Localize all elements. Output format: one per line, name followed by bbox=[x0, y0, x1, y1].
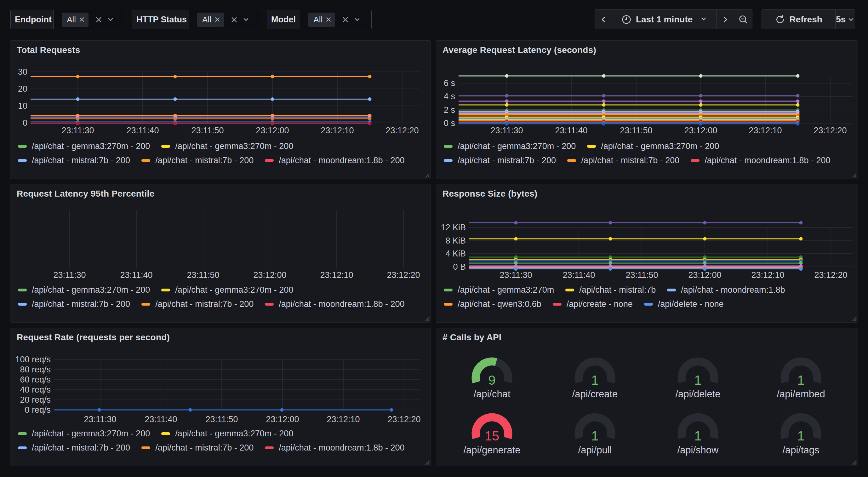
svg-text:12 KiB: 12 KiB bbox=[441, 223, 466, 232]
svg-text:23:11:30: 23:11:30 bbox=[84, 415, 116, 424]
svg-text:23:11:40: 23:11:40 bbox=[120, 270, 152, 280]
svg-text:1: 1 bbox=[694, 428, 702, 443]
svg-text:1: 1 bbox=[797, 373, 804, 388]
svg-text:0 s: 0 s bbox=[444, 118, 455, 128]
svg-text:23:11:50: 23:11:50 bbox=[191, 126, 224, 135]
svg-text:23:12:00: 23:12:00 bbox=[256, 126, 289, 135]
svg-text:23:11:30: 23:11:30 bbox=[490, 126, 523, 135]
svg-text:2 s: 2 s bbox=[444, 105, 455, 115]
svg-text:23:12:10: 23:12:10 bbox=[749, 126, 782, 135]
svg-text:15: 15 bbox=[485, 428, 499, 443]
svg-text:40 req/s: 40 req/s bbox=[20, 385, 51, 394]
svg-text:1: 1 bbox=[694, 373, 702, 388]
svg-text:23:11:40: 23:11:40 bbox=[126, 126, 159, 135]
svg-text:23:12:00: 23:12:00 bbox=[684, 126, 717, 135]
svg-text:4 KiB: 4 KiB bbox=[445, 249, 466, 258]
svg-text:0 B: 0 B bbox=[453, 262, 466, 272]
svg-text:23:11:50: 23:11:50 bbox=[187, 270, 219, 280]
svg-text:4 s: 4 s bbox=[444, 92, 455, 101]
svg-text:23:12:00: 23:12:00 bbox=[688, 270, 721, 280]
svg-text:23:12:20: 23:12:20 bbox=[813, 126, 846, 135]
svg-text:23:12:10: 23:12:10 bbox=[321, 126, 354, 135]
svg-text:23:12:10: 23:12:10 bbox=[327, 415, 360, 424]
svg-text:23:11:30: 23:11:30 bbox=[61, 126, 94, 135]
svg-text:20 req/s: 20 req/s bbox=[20, 395, 51, 405]
svg-text:23:12:00: 23:12:00 bbox=[266, 415, 299, 424]
svg-text:9: 9 bbox=[488, 373, 495, 388]
svg-text:23:12:20: 23:12:20 bbox=[814, 270, 847, 280]
svg-text:23:11:40: 23:11:40 bbox=[555, 126, 587, 135]
svg-text:1: 1 bbox=[797, 428, 804, 443]
svg-text:60 req/s: 60 req/s bbox=[20, 375, 51, 384]
svg-text:100 req/s: 100 req/s bbox=[15, 355, 51, 364]
svg-text:1: 1 bbox=[591, 373, 598, 388]
svg-text:20: 20 bbox=[18, 84, 27, 94]
svg-text:23:11:30: 23:11:30 bbox=[53, 270, 86, 280]
svg-text:6 s: 6 s bbox=[444, 79, 455, 88]
svg-text:10: 10 bbox=[18, 101, 27, 111]
svg-text:23:12:20: 23:12:20 bbox=[385, 126, 418, 135]
svg-text:0 req/s: 0 req/s bbox=[25, 405, 51, 415]
svg-text:80 req/s: 80 req/s bbox=[20, 365, 51, 374]
svg-text:23:12:00: 23:12:00 bbox=[253, 270, 286, 280]
svg-text:8 KiB: 8 KiB bbox=[445, 236, 466, 245]
svg-text:30: 30 bbox=[18, 67, 27, 77]
svg-text:23:11:30: 23:11:30 bbox=[499, 270, 532, 280]
svg-text:23:12:10: 23:12:10 bbox=[320, 270, 353, 280]
svg-text:23:11:50: 23:11:50 bbox=[625, 270, 658, 280]
svg-text:23:12:20: 23:12:20 bbox=[387, 270, 420, 280]
svg-text:23:12:10: 23:12:10 bbox=[751, 270, 784, 280]
svg-text:0: 0 bbox=[23, 118, 27, 128]
svg-text:23:11:40: 23:11:40 bbox=[562, 270, 595, 280]
svg-text:23:12:20: 23:12:20 bbox=[388, 415, 421, 424]
svg-text:23:11:50: 23:11:50 bbox=[620, 126, 652, 135]
svg-text:23:11:40: 23:11:40 bbox=[145, 415, 177, 424]
svg-text:1: 1 bbox=[591, 428, 598, 443]
svg-text:23:11:50: 23:11:50 bbox=[205, 415, 238, 424]
